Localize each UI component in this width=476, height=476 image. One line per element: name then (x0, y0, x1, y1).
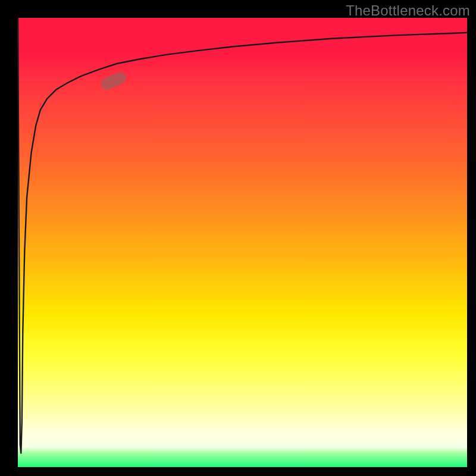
curve-path (18, 18, 467, 453)
plot-area (18, 18, 467, 467)
chart-frame: TheBottleneck.com (0, 0, 476, 476)
watermark-label: TheBottleneck.com (346, 2, 470, 19)
bottleneck-curve (18, 18, 467, 467)
